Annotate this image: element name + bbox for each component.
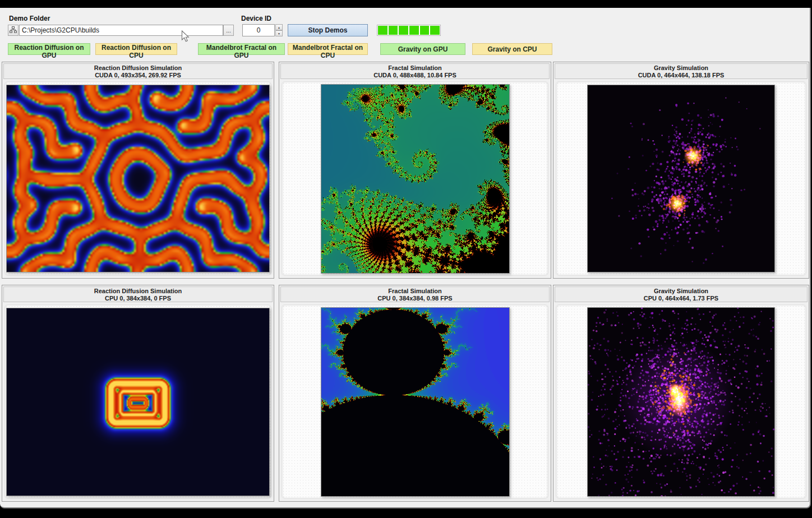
status-segment — [409, 26, 419, 35]
status-segment — [378, 26, 387, 35]
status-indicator — [377, 25, 441, 36]
status-segment — [389, 26, 398, 35]
reaction-diffusion-gpu-canvas — [6, 85, 270, 272]
canvas-area — [556, 304, 806, 499]
panel-header: Reaction Diffusion Simulation CUDA 0, 49… — [3, 63, 273, 79]
canvas-area — [4, 81, 271, 276]
panel-stats: CPU 0, 384x384, 0 FPS — [4, 295, 272, 302]
panel-stats: CPU 0, 464x464, 1.73 FPS — [555, 295, 807, 302]
status-segment — [430, 26, 440, 35]
canvas-area — [282, 304, 548, 499]
fractal-gpu-canvas — [321, 84, 510, 274]
panel-gravity-gpu: Gravity Simulation CUDA 0, 464x464, 138.… — [553, 62, 809, 279]
stop-demos-button[interactable]: Stop Demos — [288, 24, 368, 36]
canvas-area — [4, 304, 271, 499]
canvas-area — [282, 81, 548, 276]
mouse-cursor-icon — [181, 30, 190, 45]
spin-down-icon[interactable]: ▼ — [275, 30, 283, 36]
fractal-cpu-canvas — [321, 307, 510, 497]
spin-up-icon[interactable]: ▲ — [275, 24, 283, 30]
panel-stats: CPU 0, 384x384, 0.98 FPS — [281, 295, 549, 302]
device-id-label: Device ID — [241, 15, 271, 22]
browse-button[interactable]: ... — [223, 25, 234, 36]
gravity-gpu-canvas — [587, 85, 775, 272]
status-segment — [399, 26, 408, 35]
panel-title: Gravity Simulation — [555, 64, 807, 72]
gravity-cpu-canvas — [587, 307, 775, 497]
demo-folder-input[interactable] — [19, 25, 223, 36]
panel-title: Gravity Simulation — [555, 288, 807, 295]
device-id-input[interactable] — [242, 24, 275, 36]
panel-gravity-cpu: Gravity Simulation CPU 0, 464x464, 1.73 … — [553, 285, 809, 502]
panel-header: Fractal Simulation CUDA 0, 488x488, 10.8… — [280, 63, 550, 79]
folder-tree-button[interactable] — [8, 25, 19, 36]
panel-header: Reaction Diffusion Simulation CPU 0, 384… — [3, 286, 273, 302]
panel-fractal-cpu: Fractal Simulation CPU 0, 384x384, 0.98 … — [279, 285, 551, 502]
gravity-gpu-button[interactable]: Gravity on GPU — [380, 43, 465, 55]
gravity-cpu-button[interactable]: Gravity on CPU — [472, 43, 552, 55]
screen: Demo Folder ... Device ID ▲ ▼ — [0, 0, 812, 518]
folder-tree-icon — [10, 26, 17, 34]
panel-reaction-diffusion-cpu: Reaction Diffusion Simulation CPU 0, 384… — [2, 285, 274, 502]
panel-title: Reaction Diffusion Simulation — [4, 64, 272, 72]
reaction-diffusion-cpu-canvas — [6, 308, 270, 496]
panel-header: Fractal Simulation CPU 0, 384x384, 0.98 … — [280, 286, 550, 302]
panel-header: Gravity Simulation CUDA 0, 464x464, 138.… — [555, 63, 808, 79]
reaction-diffusion-gpu-button[interactable]: Reaction Diffusion on GPU — [8, 43, 90, 55]
panel-stats: CUDA 0, 493x354, 269.92 FPS — [4, 72, 272, 79]
demo-folder-label: Demo Folder — [9, 15, 50, 22]
mandelbrot-gpu-button[interactable]: Mandelbrot Fractal on GPU — [198, 43, 285, 55]
panel-stats: CUDA 0, 488x488, 10.84 FPS — [281, 72, 549, 79]
panel-title: Fractal Simulation — [281, 64, 549, 72]
panel-title: Reaction Diffusion Simulation — [4, 288, 272, 295]
app-window: Demo Folder ... Device ID ▲ ▼ — [0, 8, 811, 508]
panel-fractal-gpu: Fractal Simulation CUDA 0, 488x488, 10.8… — [279, 62, 551, 279]
device-id-stepper: ▲ ▼ — [275, 24, 283, 36]
canvas-area — [556, 81, 806, 276]
status-segment — [420, 26, 430, 35]
panel-header: Gravity Simulation CPU 0, 464x464, 1.73 … — [555, 286, 808, 302]
mandelbrot-cpu-button[interactable]: Mandelbrot Fractal on CPU — [288, 43, 368, 55]
panel-stats: CUDA 0, 464x464, 138.18 FPS — [555, 72, 807, 79]
reaction-diffusion-cpu-button[interactable]: Reaction Diffusion on CPU — [95, 43, 177, 55]
panel-title: Fractal Simulation — [281, 288, 549, 295]
panel-reaction-diffusion-gpu: Reaction Diffusion Simulation CUDA 0, 49… — [2, 62, 274, 279]
